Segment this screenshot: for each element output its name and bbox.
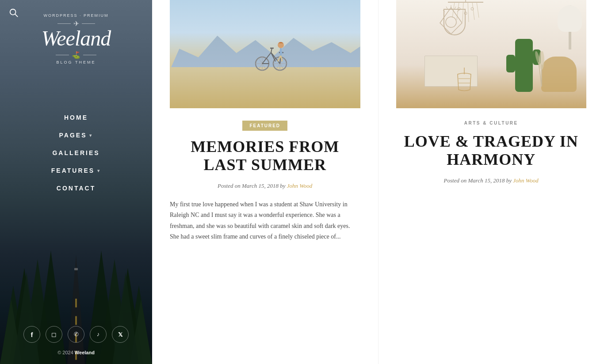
instagram-button[interactable]: ◻ xyxy=(46,326,62,343)
social-icons: f ◻ ✆ ♪ 𝕏 xyxy=(23,326,129,343)
post-author-link[interactable]: John Wood xyxy=(287,182,313,189)
post-title-right-line2: HARMONY xyxy=(447,151,535,168)
pampas-grass xyxy=(535,51,548,87)
svg-line-47 xyxy=(443,10,445,12)
copyright-brand: Weeland xyxy=(75,350,95,355)
svg-line-30 xyxy=(262,53,271,64)
twitter-button[interactable]: 𝕏 xyxy=(112,326,129,343)
svg-line-19 xyxy=(15,14,18,17)
post-meta-prefix-right: Posted on xyxy=(444,177,467,184)
nav-features-label: FEATURES xyxy=(51,167,95,174)
post-category-text: ARTS & CULTURE xyxy=(396,121,587,125)
instagram-icon: ◻ xyxy=(51,331,57,338)
logo-line-left xyxy=(57,23,71,24)
lamp-illustration xyxy=(569,5,571,49)
post-date-right: March 15, 2018 xyxy=(468,177,505,184)
desert-ground xyxy=(170,67,360,108)
twitter-icon: 𝕏 xyxy=(118,331,122,338)
logo-subtitle: BLOG THEME xyxy=(42,60,111,64)
logo-banner-icon: ⛳ xyxy=(72,51,80,59)
post-title-line1: MEMORIES FROM xyxy=(191,138,339,155)
bike-person-illustration xyxy=(253,37,289,72)
post-meta: Posted on March 15, 2018 by John Wood xyxy=(170,182,360,190)
nav-item-galleries[interactable]: GALLERIES xyxy=(0,144,152,162)
svg-point-18 xyxy=(10,9,16,15)
svg-line-31 xyxy=(271,53,280,64)
post-title: MEMORIES FROM LAST SUMMER xyxy=(170,138,360,174)
whatsapp-icon: ✆ xyxy=(74,331,79,338)
post-image-boho-room xyxy=(396,0,587,108)
chevron-down-icon: ▾ xyxy=(89,133,93,138)
logo-line-right xyxy=(82,23,95,24)
nav-pages-label: PAGES xyxy=(59,132,87,139)
sidebar: WORDPRESS · PREMIUM ✈ Weeland ⛳ BLOG THE… xyxy=(0,0,152,364)
wicker-basket xyxy=(453,68,475,92)
post-category-badge: FEATURED xyxy=(242,121,287,131)
svg-line-55 xyxy=(472,2,474,20)
nav-item-contact[interactable]: CONTACT xyxy=(0,179,152,197)
svg-line-42 xyxy=(281,56,282,61)
post-author-link-right[interactable]: John Wood xyxy=(513,177,539,184)
main-content: FEATURED MEMORIES FROM LAST SUMMER Poste… xyxy=(152,0,604,364)
svg-line-36 xyxy=(271,48,272,53)
post-date: March 15, 2018 xyxy=(242,182,279,189)
post-title-right: LOVE & TRAGEDY IN HARMONY xyxy=(396,133,587,169)
whatsapp-button[interactable]: ✆ xyxy=(68,326,84,343)
post-category-wrap: FEATURED xyxy=(170,108,360,138)
post-meta-prefix: Posted on xyxy=(218,182,241,189)
post-title-right-line1: LOVE & TRAGEDY IN xyxy=(404,133,578,150)
facebook-button[interactable]: f xyxy=(23,326,40,343)
nav-item-pages[interactable]: PAGES ▾ xyxy=(0,126,152,144)
logo-name: Weeland xyxy=(42,28,111,49)
post-meta-right: Posted on March 15, 2018 by John Wood xyxy=(396,177,587,184)
search-button[interactable] xyxy=(9,8,19,19)
post-title-line2: LAST SUMMER xyxy=(204,156,326,174)
main-navigation: HOME PAGES ▾ GALLERIES FEATURES ▾ CONTAC… xyxy=(0,109,152,197)
cactus-illustration xyxy=(515,39,533,92)
post-memories-from-last-summer: FEATURED MEMORIES FROM LAST SUMMER Poste… xyxy=(152,0,378,364)
logo-line-bottom-left xyxy=(56,55,69,55)
svg-line-54 xyxy=(468,2,469,22)
nav-item-features[interactable]: FEATURES ▾ xyxy=(0,162,152,179)
tiktok-icon: ♪ xyxy=(97,331,100,338)
post-meta-by: by xyxy=(280,182,285,189)
svg-line-56 xyxy=(477,2,479,18)
post-meta-by-right: by xyxy=(506,177,512,184)
logo[interactable]: WORDPRESS · PREMIUM ✈ Weeland ⛳ BLOG THE… xyxy=(33,13,120,64)
post-excerpt: My first true love happened when I was a… xyxy=(170,199,360,243)
post-image-bike-desert xyxy=(170,0,360,108)
svg-line-48 xyxy=(457,10,459,12)
search-icon xyxy=(9,8,19,18)
facebook-icon: f xyxy=(31,331,33,338)
nav-item-home[interactable]: HOME xyxy=(0,109,152,126)
chevron-down-features-icon: ▾ xyxy=(97,168,101,173)
wall-art-eye xyxy=(438,5,464,36)
svg-line-46 xyxy=(455,7,456,9)
post-love-tragedy-harmony: ARTS & CULTURE LOVE & TRAGEDY IN HARMONY… xyxy=(378,0,604,364)
svg-point-59 xyxy=(464,12,467,15)
copyright-text: © 2024 Weeland xyxy=(57,350,95,355)
svg-point-43 xyxy=(446,17,456,27)
logo-plane-icon: ✈ xyxy=(73,19,79,28)
tiktok-button[interactable]: ♪ xyxy=(90,326,107,343)
sidebar-content: WORDPRESS · PREMIUM ✈ Weeland ⛳ BLOG THE… xyxy=(0,0,152,364)
logo-line-bottom-right xyxy=(83,55,96,55)
logo-tagline: WORDPRESS · PREMIUM xyxy=(42,13,111,18)
svg-line-45 xyxy=(446,7,447,9)
